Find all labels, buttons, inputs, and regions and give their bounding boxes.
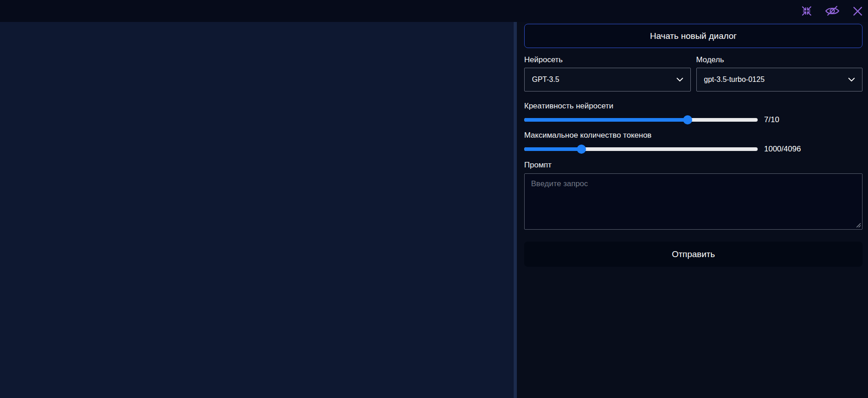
selects-row: Нейросеть GPT-3.5 Модель gpt-3.5-turbo-0… (524, 55, 863, 91)
settings-panel: Начать новый диалог Нейросеть GPT-3.5 Мо… (517, 22, 868, 398)
slider-thumb[interactable] (683, 115, 692, 124)
network-label: Нейросеть (524, 55, 691, 65)
creativity-label: Креативность нейросети (524, 102, 863, 111)
close-icon (852, 5, 863, 17)
main-area: Начать новый диалог Нейросеть GPT-3.5 Мо… (0, 22, 868, 398)
model-select-value: gpt-3.5-turbo-0125 (704, 75, 765, 84)
chevron-down-icon (848, 78, 855, 82)
hide-panel-button[interactable] (825, 5, 840, 17)
tokens-slider[interactable] (524, 144, 758, 154)
network-field: Нейросеть GPT-3.5 (524, 55, 691, 91)
resize-handle-icon[interactable] (856, 223, 861, 228)
collapse-icon (801, 5, 813, 17)
creativity-slider[interactable] (524, 115, 758, 125)
new-dialog-button[interactable]: Начать новый диалог (524, 24, 863, 48)
prompt-input[interactable] (524, 173, 863, 230)
prompt-label: Промпт (524, 161, 863, 170)
topbar (0, 0, 868, 22)
creativity-slider-row: 7/10 (524, 115, 863, 125)
slider-fill (524, 147, 581, 151)
slider-thumb[interactable] (577, 145, 586, 154)
eye-off-icon (825, 5, 840, 17)
chat-area (0, 22, 514, 398)
tokens-slider-row: 1000/4096 (524, 144, 863, 154)
creativity-value: 7/10 (764, 115, 779, 124)
model-label: Модель (696, 55, 863, 65)
network-select-value: GPT-3.5 (532, 75, 559, 84)
model-field: Модель gpt-3.5-turbo-0125 (696, 55, 863, 91)
model-select[interactable]: gpt-3.5-turbo-0125 (696, 68, 863, 91)
chevron-down-icon (677, 78, 683, 82)
slider-fill (524, 118, 688, 122)
panel-divider (514, 22, 517, 398)
send-button[interactable]: Отправить (524, 242, 863, 267)
tokens-label: Максимальное количество токенов (524, 131, 863, 140)
collapse-button[interactable] (801, 5, 813, 17)
network-select[interactable]: GPT-3.5 (524, 68, 691, 91)
tokens-value: 1000/4096 (764, 145, 801, 154)
close-button[interactable] (852, 5, 863, 17)
prompt-textarea-wrap (524, 173, 863, 230)
